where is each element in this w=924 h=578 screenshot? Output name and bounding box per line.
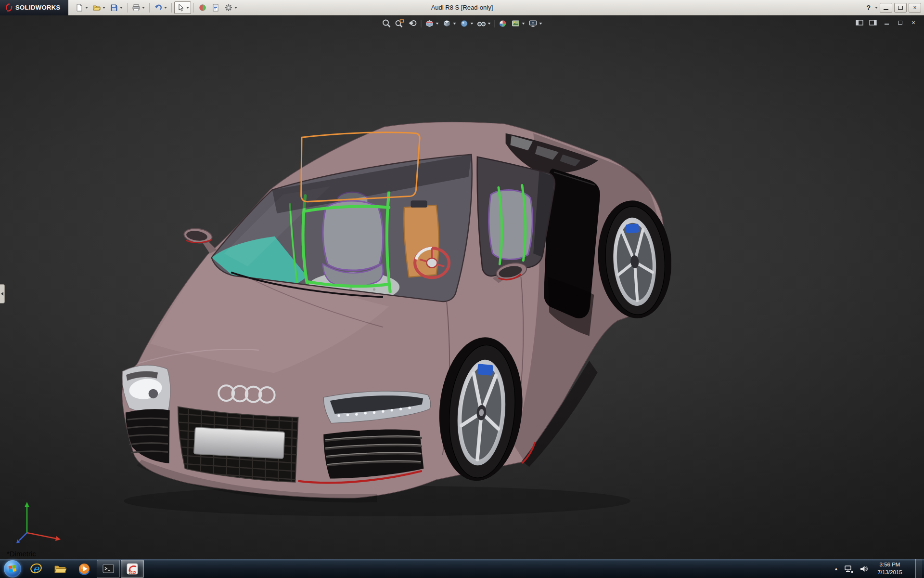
- featuremanager-pane-button[interactable]: [855, 19, 864, 26]
- open-button[interactable]: [90, 1, 107, 14]
- solidworks-logo-icon: [5, 3, 13, 12]
- graphics-area[interactable]: × *Dimetric: [0, 15, 924, 559]
- print-button[interactable]: [130, 1, 147, 14]
- restore-icon: [898, 21, 902, 25]
- clock-time: 3:56 PM: [874, 561, 906, 569]
- headlight-left[interactable]: [122, 365, 170, 414]
- volume-icon[interactable]: [860, 565, 868, 573]
- taskbar-media-player[interactable]: [73, 560, 96, 578]
- file-properties-button[interactable]: [209, 1, 222, 14]
- main-toolbar: [73, 1, 239, 14]
- new-document-icon: [75, 3, 84, 12]
- taskbar-command-prompt[interactable]: [97, 560, 120, 578]
- print-icon: [132, 3, 141, 12]
- doc-restore-button[interactable]: [895, 19, 905, 26]
- system-tray: ▲ 3:56 PM 7/13/2015: [834, 559, 924, 578]
- previous-view-icon: [408, 19, 418, 28]
- car-model[interactable]: [122, 122, 675, 516]
- brake-caliper: [477, 364, 493, 376]
- minimize-icon: [885, 24, 889, 25]
- maximize-button[interactable]: [894, 3, 907, 13]
- solidworks-logo: SOLIDWORKS: [0, 0, 68, 15]
- folder-icon: [53, 562, 67, 576]
- show-desktop-button[interactable]: [915, 559, 922, 578]
- pane-left-icon: [856, 19, 863, 26]
- display-style-button[interactable]: [458, 18, 475, 29]
- mirror-left[interactable]: [183, 227, 217, 253]
- pane-right-icon: [869, 19, 877, 26]
- apply-scene-button[interactable]: [510, 18, 526, 29]
- document-window-controls: ×: [855, 19, 918, 26]
- hud-separator: [421, 20, 422, 27]
- window-controls: ? ×: [865, 3, 924, 13]
- dropdown-caret: [522, 23, 525, 25]
- close-button[interactable]: ×: [909, 3, 921, 13]
- dropdown-caret: [453, 23, 456, 25]
- dropdown-caret: [120, 7, 123, 9]
- dropdown-caret: [471, 23, 474, 25]
- dropdown-caret: [539, 23, 542, 25]
- view-settings-button[interactable]: [527, 18, 544, 29]
- toolbar-separator: [149, 3, 150, 13]
- view-orientation-label: *Dimetric: [7, 550, 36, 558]
- taskbar-internet-explorer[interactable]: e: [25, 560, 48, 578]
- undo-button[interactable]: [152, 1, 169, 14]
- help-dropdown-caret[interactable]: [875, 7, 878, 9]
- toolbar-separator: [171, 3, 172, 13]
- app-name: SOLIDWORKS: [15, 4, 61, 11]
- section-view-button[interactable]: [424, 18, 440, 29]
- select-button[interactable]: [174, 1, 191, 14]
- hide-show-items-icon: [477, 19, 487, 28]
- reference-triad: [11, 498, 68, 546]
- zoom-to-fit-button[interactable]: [381, 18, 393, 29]
- hide-show-items-button[interactable]: [475, 18, 492, 29]
- new-document-button[interactable]: [73, 1, 90, 14]
- intake-left[interactable]: [126, 409, 170, 463]
- license-plate[interactable]: [194, 427, 285, 459]
- hidden-icons-button[interactable]: ▲: [834, 566, 838, 571]
- save-button[interactable]: [108, 1, 125, 14]
- close-icon: ×: [911, 19, 915, 26]
- internet-explorer-icon: e: [29, 562, 43, 576]
- display-pane-button[interactable]: [868, 19, 878, 26]
- dropdown-caret: [85, 7, 88, 9]
- section-view-icon: [425, 19, 435, 28]
- intake-right[interactable]: [323, 430, 424, 479]
- view-orientation-icon: [442, 19, 452, 28]
- taskbar-solidworks[interactable]: 2015: [121, 560, 144, 578]
- model-viewport[interactable]: [0, 15, 924, 559]
- windows-flag-icon: [8, 564, 17, 574]
- doc-close-button[interactable]: ×: [909, 19, 918, 26]
- brake-caliper: [626, 223, 639, 233]
- taskbar-windows-explorer[interactable]: [49, 560, 72, 578]
- command-prompt-icon: [102, 562, 115, 576]
- network-icon[interactable]: [844, 565, 854, 573]
- rebuild-button[interactable]: [196, 1, 209, 14]
- view-orientation-button[interactable]: [441, 18, 458, 29]
- clock-date: 7/13/2015: [874, 569, 906, 577]
- dropdown-caret: [488, 23, 491, 25]
- solidworks-year-badge: 2015: [129, 571, 136, 574]
- dropdown-caret: [234, 7, 237, 9]
- undo-icon: [154, 3, 163, 12]
- dropdown-caret: [186, 7, 189, 9]
- panel-collapse-tab[interactable]: [0, 284, 5, 303]
- dropdown-caret: [436, 23, 439, 25]
- minimize-icon: [884, 9, 888, 10]
- zoom-to-area-button[interactable]: [394, 18, 406, 29]
- solidworks-app-icon: 2015: [126, 562, 139, 576]
- dropdown-caret: [103, 7, 105, 9]
- edit-appearance-button[interactable]: [497, 18, 509, 29]
- taskbar-clock[interactable]: 3:56 PM 7/13/2015: [874, 561, 906, 576]
- edit-appearance-icon: [498, 19, 508, 28]
- previous-view-button[interactable]: [407, 18, 419, 29]
- help-button[interactable]: ?: [865, 4, 872, 12]
- display-style-icon: [460, 19, 469, 28]
- apply-scene-icon: [511, 19, 521, 28]
- options-button[interactable]: [222, 1, 239, 14]
- minimize-button[interactable]: [880, 3, 892, 13]
- doc-minimize-button[interactable]: [882, 19, 891, 26]
- open-icon: [92, 3, 101, 12]
- toolbar-separator: [127, 3, 128, 13]
- start-button[interactable]: [4, 560, 21, 578]
